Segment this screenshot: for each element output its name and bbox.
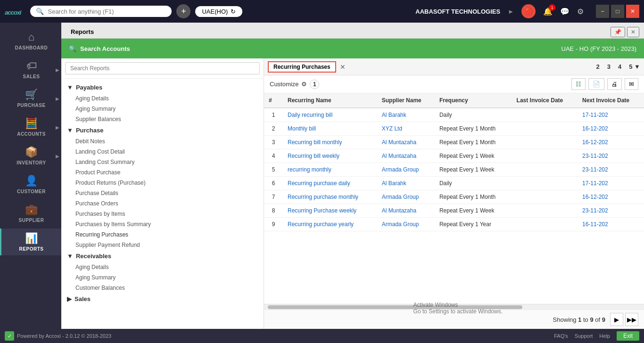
cell-recurring-name[interactable]: Monthly bill [283, 122, 377, 136]
cell-supplier-name[interactable]: Al Muntazaha [377, 136, 435, 149]
tree-item-supplier-balances[interactable]: Supplier Balances [61, 114, 264, 124]
active-report-tab[interactable]: Recurring Purchases [268, 61, 336, 73]
cell-supplier-name[interactable]: Al Muntazaha [377, 204, 435, 218]
exit-button[interactable]: Exit [617, 331, 639, 341]
page-num-3[interactable]: 3 [607, 63, 611, 70]
dashboard-icon: ⌂ [28, 31, 34, 43]
report-table-container[interactable]: # Recurring Name Supplier Name Frequency… [264, 93, 644, 304]
sidebar-item-inventory[interactable]: 📦 INVENTORY ▶ [0, 142, 61, 169]
cell-recurring-name[interactable]: Recurring bill monthly [283, 136, 377, 149]
page-num-4[interactable]: 4 [618, 63, 621, 70]
cell-recurring-name[interactable]: Recurring purchase monthly [283, 190, 377, 204]
sidebar-item-sales[interactable]: 🏷 SALES ▶ [0, 56, 61, 83]
report-panel: Recurring Purchases ✕ 2 3 4 5 ▼ Customiz… [264, 58, 644, 329]
chat-icon[interactable]: 💬 [560, 7, 570, 16]
page-num-2[interactable]: 2 [596, 63, 600, 70]
page-num-5[interactable]: 5 ▼ [629, 63, 640, 70]
cell-recurring-name[interactable]: Daily recurring bill [283, 108, 377, 122]
tree-item-debit-notes[interactable]: Debit Notes [61, 136, 264, 147]
settings-icon[interactable]: ⚙ [577, 7, 584, 16]
cell-next-invoice[interactable]: 16-11-202 [578, 218, 644, 231]
tree-item-customer-balances[interactable]: Customer Balances [61, 283, 264, 293]
search-accounts-button[interactable]: 🔍 Search Accounts [69, 45, 130, 52]
sidebar-item-customer[interactable]: 👤 CUSTOMER [0, 171, 61, 198]
minimize-button[interactable]: − [596, 5, 609, 18]
tree-section-sales[interactable]: ▶ Sales [61, 293, 264, 305]
tree-item-purchases-by-items-summary[interactable]: Purchases by Items Summary [61, 219, 264, 229]
toolbar-row: Customize ⚙ 1 ☷ 📄 🖨 [264, 75, 644, 93]
maximize-button[interactable]: □ [611, 5, 624, 18]
cell-supplier-name[interactable]: Armada Group [377, 163, 435, 177]
email-button[interactable]: ✉ [625, 78, 638, 90]
global-search-input[interactable] [48, 8, 166, 15]
cell-recurring-name[interactable]: Recurring Purchase weekly [283, 204, 377, 218]
customize-button[interactable]: Customize ⚙ 1 [270, 80, 319, 89]
tree-item-purchase-orders[interactable]: Purchase Orders [61, 198, 264, 209]
cell-num: 4 [264, 149, 283, 163]
cell-recurring-name[interactable]: Recurring bill weekly [283, 149, 377, 163]
cell-frequency: Repeat Every 1 Week [435, 204, 512, 218]
tree-item-aging-summary-pay[interactable]: Aging Summary [61, 104, 264, 114]
user-avatar[interactable]: 🔴 [521, 4, 536, 18]
cell-recurring-name[interactable]: Recurring purchase yearly [283, 218, 377, 231]
support-link[interactable]: Support [575, 333, 593, 339]
tree-item-aging-summary-rec[interactable]: Aging Summary [61, 272, 264, 283]
company-selector[interactable]: UAE(HO) ↻ [195, 6, 242, 17]
cell-next-invoice[interactable]: 23-11-202 [578, 204, 644, 218]
last-page-button[interactable]: ▶▶ [625, 313, 638, 326]
tree-item-recurring-purchases[interactable]: Recurring Purchases [61, 229, 264, 240]
cell-next-invoice[interactable]: 16-12-202 [578, 190, 644, 204]
cell-recurring-name[interactable]: Recurring purchase daily [283, 177, 377, 190]
print-button[interactable]: 🖨 [607, 78, 622, 90]
tree-item-aging-details-pay[interactable]: Aging Details [61, 93, 264, 104]
sidebar-item-reports[interactable]: 📊 REPORTS [0, 229, 61, 255]
sidebar-item-dashboard[interactable]: ⌂ DASHBOARD [0, 27, 61, 54]
cell-supplier-name[interactable]: XYZ Ltd [377, 122, 435, 136]
export-excel-button[interactable]: ☷ [571, 78, 586, 90]
tree-search-input[interactable] [65, 62, 260, 74]
cell-supplier-name[interactable]: Al Muntazaha [377, 149, 435, 163]
tab-close-button[interactable]: ✕ [627, 27, 639, 37]
add-button[interactable]: + [176, 4, 190, 18]
sidebar-item-supplier[interactable]: 💼 SUPPLIER [0, 200, 61, 227]
tree-item-aging-details-rec[interactable]: Aging Details [61, 262, 264, 272]
reports-main-tab[interactable]: Reports [66, 27, 99, 36]
tree-section-receivables[interactable]: ▼ Receivables [61, 250, 264, 262]
tree-item-product-purchase[interactable]: Product Purchase [61, 167, 264, 178]
tree-section-payables[interactable]: ▼ Payables [61, 82, 264, 93]
cell-supplier-name[interactable]: Al Barahk [377, 108, 435, 122]
close-report-tab-button[interactable]: ✕ [340, 63, 346, 71]
tree-item-product-returns[interactable]: Product Returns (Purchase) [61, 178, 264, 188]
close-button[interactable]: ✕ [626, 5, 639, 18]
tab-pin-button[interactable]: 📌 [611, 27, 625, 37]
cell-recurring-name[interactable]: recurring monthly [283, 163, 377, 177]
tree-section-purchase[interactable]: ▼ Purchase [61, 124, 264, 136]
tree-item-landing-cost-summary[interactable]: Landing Cost Summary [61, 157, 264, 167]
horizontal-scrollbar[interactable] [264, 304, 644, 310]
sidebar-label-sales: SALES [23, 74, 40, 79]
sidebar-item-accounts[interactable]: 🧮 ACCOUNTS ▶ [0, 114, 61, 140]
faq-link[interactable]: FAQ's [554, 333, 568, 339]
cell-next-invoice[interactable]: 23-11-202 [578, 163, 644, 177]
next-page-button[interactable]: ▶ [610, 313, 623, 326]
cell-supplier-name[interactable]: Al Barahk [377, 177, 435, 190]
cell-next-invoice[interactable]: 23-11-202 [578, 149, 644, 163]
global-search-container[interactable]: 🔍 [30, 6, 172, 17]
cell-next-invoice[interactable]: 17-11-202 [578, 177, 644, 190]
tree-item-purchases-by-items[interactable]: Purchases by Items [61, 209, 264, 219]
notification-badge: 1 [549, 4, 555, 11]
export-pdf-button[interactable]: 📄 [588, 78, 604, 90]
tree-item-landing-cost-detail[interactable]: Landing Cost Detail [61, 147, 264, 157]
cell-supplier-name[interactable]: Armada Group [377, 218, 435, 231]
pagination-numbers: 2 3 4 5 ▼ [596, 63, 640, 70]
search-accounts-icon: 🔍 [69, 45, 76, 52]
cell-next-invoice[interactable]: 16-12-202 [578, 136, 644, 149]
tree-item-supplier-payment-refund[interactable]: Supplier Payment Refund [61, 240, 264, 250]
cell-next-invoice[interactable]: 17-11-202 [578, 108, 644, 122]
help-link[interactable]: Help [599, 333, 610, 339]
tree-search-container [61, 58, 264, 79]
sidebar-item-purchase[interactable]: 🛒 PURCHASE ▶ [0, 85, 61, 112]
cell-supplier-name[interactable]: Armada Group [377, 190, 435, 204]
cell-next-invoice[interactable]: 16-12-202 [578, 122, 644, 136]
tree-item-purchase-details[interactable]: Purchase Details [61, 188, 264, 198]
